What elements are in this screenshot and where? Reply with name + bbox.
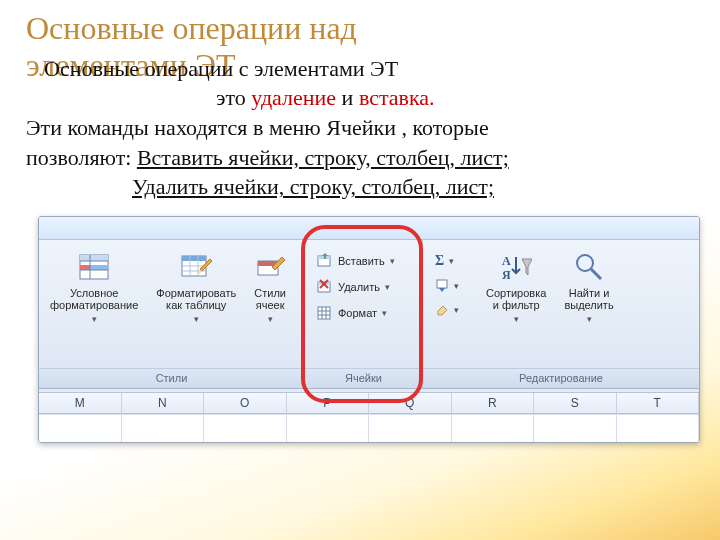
button-label: Найти и выделить — [564, 287, 613, 311]
ribbon: Условное форматирование ▾ — [39, 240, 699, 389]
chevron-down-icon: ▾ — [587, 315, 592, 325]
cell-styles-button[interactable]: Стили ячеек ▾ — [251, 246, 289, 330]
svg-text:A: A — [502, 254, 511, 268]
column-header[interactable]: T — [617, 393, 700, 413]
column-header[interactable]: O — [204, 393, 287, 413]
fill-button[interactable]: ▾ — [431, 276, 463, 296]
find-icon — [573, 251, 605, 283]
chevron-down-icon: ▾ — [382, 308, 387, 318]
svg-rect-21 — [318, 307, 330, 319]
button-label: Формат — [338, 307, 377, 319]
chevron-down-icon: ▾ — [514, 315, 519, 325]
group-cells: Вставить ▾ Удалить — [305, 240, 423, 388]
chevron-down-icon: ▾ — [390, 256, 395, 266]
delete-icon — [317, 279, 333, 295]
group-label: Редактирование — [423, 368, 699, 388]
column-header[interactable]: P — [287, 393, 370, 413]
cell-styles-icon — [254, 251, 286, 283]
group-label: Стили — [39, 368, 304, 388]
svg-rect-26 — [437, 280, 447, 288]
group-editing: Σ ▾ ▾ ▾ — [423, 240, 699, 388]
chevron-down-icon: ▾ — [385, 282, 390, 292]
chevron-down-icon: ▾ — [92, 315, 97, 325]
button-label: Сортировка и фильтр — [486, 287, 546, 311]
button-label: Удалить — [338, 281, 380, 293]
column-header[interactable]: N — [122, 393, 205, 413]
eraser-icon — [435, 303, 449, 317]
svg-rect-8 — [182, 256, 206, 261]
chevron-down-icon: ▾ — [194, 315, 199, 325]
group-label: Ячейки — [305, 368, 422, 388]
svg-point-29 — [577, 255, 593, 271]
column-header-row: M N O P Q R S T — [39, 392, 699, 414]
chevron-down-icon: ▾ — [454, 305, 459, 315]
insert-button[interactable]: Вставить ▾ — [313, 250, 399, 272]
excel-ribbon-screenshot: Условное форматирование ▾ — [38, 216, 700, 443]
group-styles: Условное форматирование ▾ — [39, 240, 305, 388]
chevron-down-icon: ▾ — [449, 256, 454, 266]
column-header[interactable]: R — [452, 393, 535, 413]
format-button[interactable]: Формат ▾ — [313, 302, 399, 324]
grid-row — [39, 414, 699, 442]
autosum-button[interactable]: Σ ▾ — [431, 250, 463, 272]
format-as-table-icon — [180, 251, 212, 283]
sigma-icon: Σ — [435, 253, 444, 269]
window-titlebar — [39, 217, 699, 240]
chevron-down-icon: ▾ — [454, 281, 459, 291]
conditional-formatting-button[interactable]: Условное форматирование ▾ — [47, 246, 141, 330]
button-label: Условное форматирование — [50, 287, 138, 311]
find-select-button[interactable]: Найти и выделить ▾ — [561, 246, 616, 330]
sort-filter-button[interactable]: A Я Сортировка и фильтр ▾ — [483, 246, 549, 330]
conditional-formatting-icon — [78, 251, 110, 283]
clear-button[interactable]: ▾ — [431, 300, 463, 320]
button-label: Вставить — [338, 255, 385, 267]
svg-text:Я: Я — [502, 268, 511, 282]
format-as-table-button[interactable]: Форматировать как таблицу ▾ — [153, 246, 239, 330]
svg-line-30 — [591, 269, 601, 279]
chevron-down-icon: ▾ — [268, 315, 273, 325]
insert-icon — [317, 253, 333, 269]
sort-filter-icon: A Я — [500, 251, 532, 283]
button-label: Стили ячеек — [254, 287, 286, 311]
delete-button[interactable]: Удалить ▾ — [313, 276, 399, 298]
svg-rect-1 — [80, 255, 108, 261]
svg-rect-2 — [80, 265, 90, 270]
svg-rect-3 — [90, 265, 108, 270]
column-header[interactable]: Q — [369, 393, 452, 413]
button-label: Форматировать как таблицу — [156, 287, 236, 311]
body-text: Основные операции с элементами ЭТ это уд… — [26, 54, 694, 202]
format-icon — [317, 305, 333, 321]
column-header[interactable]: S — [534, 393, 617, 413]
column-header[interactable]: M — [39, 393, 122, 413]
fill-down-icon — [435, 279, 449, 293]
